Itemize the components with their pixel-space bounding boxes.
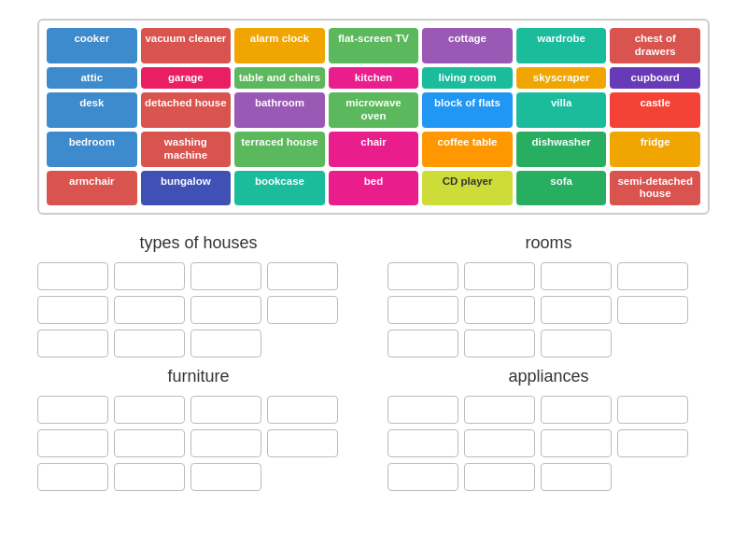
word-tile[interactable]: CD player (422, 171, 513, 206)
word-tile[interactable]: skyscraper (516, 67, 607, 90)
word-tile[interactable]: bed (329, 171, 419, 206)
drop-box[interactable] (388, 396, 458, 424)
word-tile[interactable]: cottage (422, 28, 513, 63)
word-tile[interactable]: cooker (47, 28, 137, 63)
word-tile[interactable]: washing machine (141, 132, 232, 167)
drop-box[interactable] (541, 329, 612, 357)
types-of-houses-section: types of houses (37, 233, 359, 357)
furniture-title: furniture (37, 367, 359, 386)
drop-box[interactable] (464, 396, 535, 424)
word-tile[interactable]: castle (610, 92, 700, 128)
word-tile[interactable]: coffee table (422, 132, 513, 167)
drop-box[interactable] (37, 262, 108, 290)
word-tile[interactable]: desk (47, 92, 137, 128)
word-tile[interactable]: detached house (141, 92, 232, 128)
word-tile[interactable]: bungalow (141, 171, 232, 206)
word-tile[interactable]: bookcase (234, 171, 325, 206)
word-tile[interactable]: garage (141, 67, 232, 90)
drop-box[interactable] (190, 296, 261, 324)
drop-box[interactable] (541, 463, 612, 491)
word-tile[interactable]: wardrobe (516, 28, 607, 63)
drop-box[interactable] (190, 463, 261, 491)
drop-box[interactable] (267, 262, 338, 290)
word-tile[interactable]: bedroom (47, 132, 137, 167)
drop-box[interactable] (190, 429, 261, 457)
drop-box[interactable] (541, 396, 612, 424)
drop-box[interactable] (114, 396, 185, 424)
word-tile[interactable]: vacuum cleaner (141, 28, 232, 63)
word-tile[interactable]: terraced house (234, 132, 325, 167)
drop-box[interactable] (190, 329, 261, 357)
drop-box[interactable] (114, 463, 185, 491)
drop-box[interactable] (37, 463, 108, 491)
types-houses-row-2 (37, 296, 359, 324)
word-tile[interactable]: dishwasher (516, 132, 607, 167)
drop-box[interactable] (541, 296, 612, 324)
drop-box[interactable] (267, 296, 338, 324)
drop-box[interactable] (541, 429, 612, 457)
drop-box[interactable] (617, 396, 688, 424)
word-tile[interactable]: attic (47, 67, 137, 90)
word-tile[interactable]: living room (422, 67, 513, 90)
drop-box[interactable] (190, 262, 261, 290)
rooms-row-1 (388, 262, 710, 290)
word-tile[interactable]: armchair (47, 171, 137, 206)
drop-box[interactable] (388, 429, 458, 457)
word-tile[interactable]: chair (329, 132, 419, 167)
appliances-row-2 (388, 429, 710, 457)
categories-container: types of houses rooms (37, 233, 710, 491)
drop-box[interactable] (388, 463, 458, 491)
drop-box[interactable] (114, 262, 185, 290)
word-tile[interactable]: alarm clock (234, 28, 325, 63)
furniture-row-1 (37, 396, 359, 424)
word-tile[interactable]: cupboard (610, 67, 700, 90)
word-tile[interactable]: bathroom (234, 92, 325, 128)
word-tile[interactable]: flat-screen TV (329, 28, 419, 63)
word-bank: cookervacuum cleaneralarm clockflat-scre… (37, 19, 710, 215)
drop-box[interactable] (388, 296, 458, 324)
appliances-row-3 (388, 463, 710, 491)
types-of-houses-title: types of houses (37, 233, 359, 253)
word-tile[interactable]: sofa (516, 171, 607, 206)
drop-box[interactable] (464, 296, 535, 324)
drop-box[interactable] (190, 396, 261, 424)
furniture-section: furniture (37, 367, 359, 491)
drop-box[interactable] (114, 429, 185, 457)
word-tile[interactable]: block of flats (422, 92, 513, 128)
drop-box[interactable] (37, 396, 108, 424)
drop-box[interactable] (114, 296, 185, 324)
drop-box[interactable] (388, 329, 458, 357)
types-houses-row-3 (37, 329, 359, 357)
appliances-row-1 (388, 396, 710, 424)
drop-box[interactable] (464, 429, 535, 457)
word-tile[interactable]: fridge (610, 132, 700, 167)
drop-box[interactable] (464, 329, 535, 357)
rooms-row-3 (388, 329, 710, 357)
rooms-row-2 (388, 296, 710, 324)
drop-box[interactable] (464, 463, 535, 491)
drop-box[interactable] (541, 262, 612, 290)
drop-box[interactable] (388, 262, 458, 290)
drop-box[interactable] (37, 329, 108, 357)
rooms-title: rooms (388, 233, 710, 253)
drop-box[interactable] (114, 329, 185, 357)
furniture-row-3 (37, 463, 359, 491)
drop-box[interactable] (464, 262, 535, 290)
appliances-title: appliances (388, 367, 710, 386)
word-tile[interactable]: kitchen (329, 67, 419, 90)
types-houses-row-1 (37, 262, 359, 290)
drop-box[interactable] (617, 296, 688, 324)
word-tile[interactable]: villa (516, 92, 607, 128)
word-tile[interactable]: chest of drawers (610, 28, 700, 63)
drop-box[interactable] (617, 262, 688, 290)
drop-box[interactable] (267, 396, 338, 424)
drop-box[interactable] (37, 296, 108, 324)
appliances-section: appliances (388, 367, 710, 491)
word-tile[interactable]: microwave oven (329, 92, 419, 128)
drop-box[interactable] (267, 429, 338, 457)
furniture-row-2 (37, 429, 359, 457)
drop-box[interactable] (617, 429, 688, 457)
drop-box[interactable] (37, 429, 108, 457)
word-tile[interactable]: table and chairs (234, 67, 325, 90)
word-tile[interactable]: semi-detached house (610, 171, 700, 206)
